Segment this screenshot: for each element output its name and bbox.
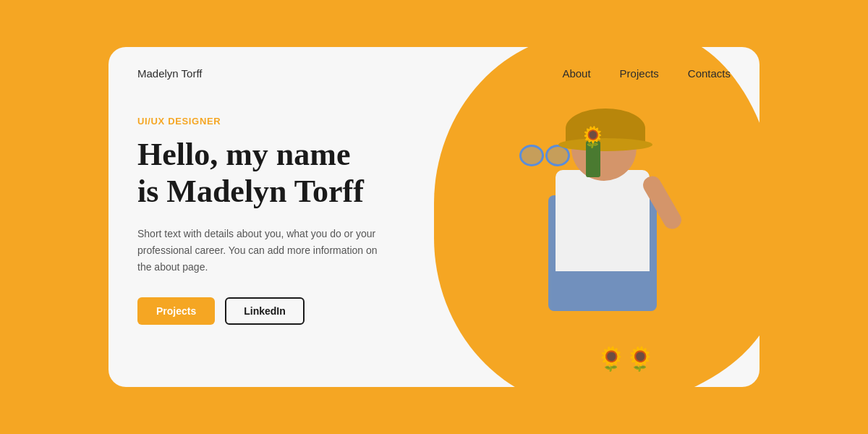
site-logo: Madelyn Torff	[137, 67, 203, 80]
nav-contacts[interactable]: Contacts	[688, 67, 731, 80]
hero-title-line2: is Madelyn Torff	[137, 174, 364, 209]
person-hat	[566, 109, 645, 148]
linkedin-button[interactable]: LinkedIn	[225, 297, 305, 325]
person-body	[556, 170, 650, 271]
hero-description: Short text with details about you, what …	[137, 226, 383, 276]
navigation: Madelyn Torff About Projects Contacts	[109, 47, 760, 94]
main-content: UI/UX DESIGNER Hello, my name is Madelyn…	[109, 94, 760, 376]
portfolio-card: Madelyn Torff About Projects Contacts UI…	[109, 47, 760, 387]
nav-about[interactable]: About	[562, 67, 590, 80]
nav-links: About Projects Contacts	[562, 67, 731, 80]
flowers-bottom: 🌻🌻	[597, 345, 655, 373]
person-figure: 🌻🌻	[477, 109, 694, 376]
hero-title-line1: Hello, my name	[137, 137, 351, 172]
hero-title: Hello, my name is Madelyn Torff	[137, 137, 441, 210]
person-glasses	[519, 145, 570, 165]
person-flower	[586, 141, 600, 177]
button-group: Projects LinkedIn	[137, 297, 441, 325]
image-section: 🌻🌻	[441, 109, 731, 376]
text-section: UI/UX DESIGNER Hello, my name is Madelyn…	[137, 109, 441, 325]
nav-projects[interactable]: Projects	[620, 67, 659, 80]
projects-button[interactable]: Projects	[137, 297, 215, 325]
role-label: UI/UX DESIGNER	[137, 116, 441, 127]
